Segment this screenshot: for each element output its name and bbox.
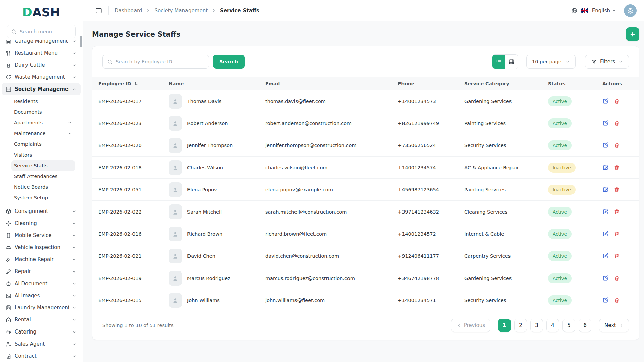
sidebar-item-mobile-service[interactable]: Mobile Service <box>0 229 83 241</box>
sidebar-subitem-system-setup[interactable]: System Setup <box>11 192 75 203</box>
delete-button[interactable] <box>614 253 620 259</box>
per-page-select[interactable]: 10 per page <box>526 55 576 69</box>
sidebar-item-vehicle-inspection[interactable]: Vehicle Inspection <box>0 241 83 253</box>
edit-button[interactable] <box>602 297 609 303</box>
trash-icon <box>614 253 620 259</box>
table-toolbar: Search 10 per page Filters <box>92 46 639 77</box>
trash-icon <box>614 209 620 215</box>
delete-button[interactable] <box>614 98 620 104</box>
previous-page-button[interactable]: Previous <box>451 319 490 332</box>
sidebar-item-machine-repair[interactable]: Machine Repair <box>0 253 83 265</box>
search-button[interactable]: Search <box>213 55 245 69</box>
cell-status: Active <box>548 267 602 289</box>
sidebar-subitem-label: Notice Boards <box>14 184 72 190</box>
edit-button[interactable] <box>602 253 609 259</box>
page-button-1[interactable]: 1 <box>498 319 511 332</box>
sidebar-subitem-visitors[interactable]: Visitors <box>11 149 75 160</box>
sidebar-subitem-service-staffs[interactable]: Service Staffs <box>11 160 75 171</box>
breadcrumb-item-society-management[interactable]: Society Management <box>154 8 208 14</box>
edit-button[interactable] <box>602 98 609 104</box>
page-button-2[interactable]: 2 <box>514 319 527 332</box>
column-header-actions: Actions <box>602 77 639 90</box>
sidebar-item-sales-agent[interactable]: Sales Agent <box>0 338 83 350</box>
person-icon <box>172 230 179 238</box>
employee-search[interactable] <box>102 55 209 69</box>
sidebar-subitem-apartments[interactable]: Apartments <box>11 117 75 128</box>
sidebar-subitem-residents[interactable]: Residents <box>11 96 75 107</box>
sidebar-subitem-complaints[interactable]: Complaints <box>11 139 75 149</box>
sidebar-scrollbar-thumb[interactable] <box>80 36 82 47</box>
edit-button[interactable] <box>602 231 609 237</box>
sidebar-item-consignment[interactable]: Consignment <box>0 205 83 217</box>
sidebar-item-restaurant-menu[interactable]: Restaurant Menu <box>0 47 83 59</box>
sidebar-item-contract[interactable]: Contract <box>0 350 83 362</box>
user-avatar[interactable] <box>624 4 637 17</box>
sidebar-subitem-maintenance[interactable]: Maintenance <box>11 128 75 139</box>
app-logo: DASH <box>0 0 83 22</box>
search-icon <box>11 29 17 35</box>
delete-button[interactable] <box>614 142 620 148</box>
sidebar-item-rental[interactable]: Rental <box>0 314 83 326</box>
breadcrumb-item-dashboard[interactable]: Dashboard <box>115 8 142 14</box>
cell-email: marcus.rodriguez@construction.com <box>265 267 398 289</box>
edit-button[interactable] <box>602 208 609 215</box>
delete-button[interactable] <box>614 231 620 237</box>
table-row: EMP-2026-02-051Elena Popovelena.popov@ex… <box>92 179 639 201</box>
list-view-button[interactable] <box>492 55 505 69</box>
actions-wrap <box>602 120 636 126</box>
trash-icon <box>614 165 620 171</box>
delete-button[interactable] <box>614 275 620 281</box>
globe-icon[interactable] <box>571 7 578 14</box>
employee-search-input[interactable] <box>116 59 204 64</box>
sidebar-subitem-staff-attendances[interactable]: Staff Attendances <box>11 171 75 182</box>
staff-name: Richard Brown <box>187 231 222 237</box>
edit-button[interactable] <box>602 164 609 171</box>
delete-button[interactable] <box>614 209 620 215</box>
sidebar-item-garage-management[interactable]: Garage Management <box>0 40 83 47</box>
sidebar-item-catering[interactable]: Catering <box>0 326 83 338</box>
sidebar-item-label: Dairy Cattle <box>15 62 69 68</box>
page-button-4[interactable]: 4 <box>546 319 559 332</box>
sidebar-toggle-icon[interactable] <box>95 7 102 14</box>
sidebar-item-dairy-cattle[interactable]: Dairy Cattle <box>0 59 83 71</box>
edit-button[interactable] <box>602 120 609 126</box>
sidebar-subitem-documents[interactable]: Documents <box>11 107 75 117</box>
edit-icon <box>602 98 609 104</box>
sidebar-search-input[interactable] <box>20 29 80 34</box>
add-staff-button[interactable] <box>626 27 639 41</box>
sidebar-search[interactable] <box>7 25 76 38</box>
sidebar-subitem-label: System Setup <box>14 195 72 200</box>
page-button-3[interactable]: 3 <box>530 319 543 332</box>
trash-icon <box>614 275 620 281</box>
sidebar-item-laundry-management[interactable]: Laundry Management <box>0 302 83 314</box>
sidebar-item-society-management[interactable]: Society Management <box>2 83 81 95</box>
person-icon <box>172 208 179 216</box>
delete-button[interactable] <box>614 120 620 126</box>
sidebar-item-repair[interactable]: Repair <box>0 265 83 278</box>
status-badge: Inactive <box>548 163 576 173</box>
delete-button[interactable] <box>614 187 620 193</box>
delete-button[interactable] <box>614 165 620 171</box>
edit-button[interactable] <box>602 275 609 281</box>
name-cell: John Williams <box>169 293 262 308</box>
filters-button[interactable]: Filters <box>585 55 629 69</box>
column-header-wrap: Name <box>169 81 262 86</box>
sidebar-item-ai-document[interactable]: AI Document <box>0 278 83 290</box>
page-button-6[interactable]: 6 <box>579 319 591 332</box>
grid-view-button[interactable] <box>505 55 518 69</box>
cell-category: Painting Services <box>464 112 548 134</box>
language-selector[interactable]: English <box>592 8 616 14</box>
sort-icon[interactable] <box>133 81 139 86</box>
page-button-5[interactable]: 5 <box>562 319 575 332</box>
cell-name: Richard Brown <box>169 223 265 245</box>
edit-button[interactable] <box>602 142 609 148</box>
sidebar-item-ai-images[interactable]: AI Images <box>0 290 83 302</box>
edit-button[interactable] <box>602 186 609 193</box>
cell-employee-id: EMP-2026-02-016 <box>92 223 169 245</box>
sidebar-item-cleaning[interactable]: Cleaning <box>0 217 83 229</box>
mobile-icon <box>5 232 12 239</box>
sidebar-item-waste-management[interactable]: Waste Management <box>0 71 83 83</box>
next-page-button[interactable]: Next <box>599 319 629 332</box>
delete-button[interactable] <box>614 297 620 303</box>
sidebar-subitem-notice-boards[interactable]: Notice Boards <box>11 182 75 192</box>
